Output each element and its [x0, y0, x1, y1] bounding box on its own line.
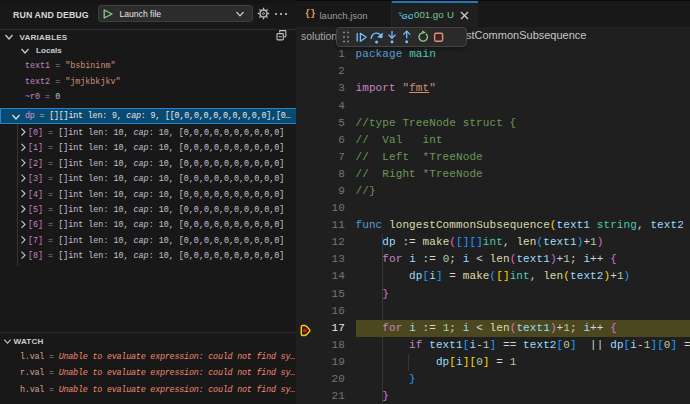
svg-text:GO: GO: [402, 12, 413, 21]
